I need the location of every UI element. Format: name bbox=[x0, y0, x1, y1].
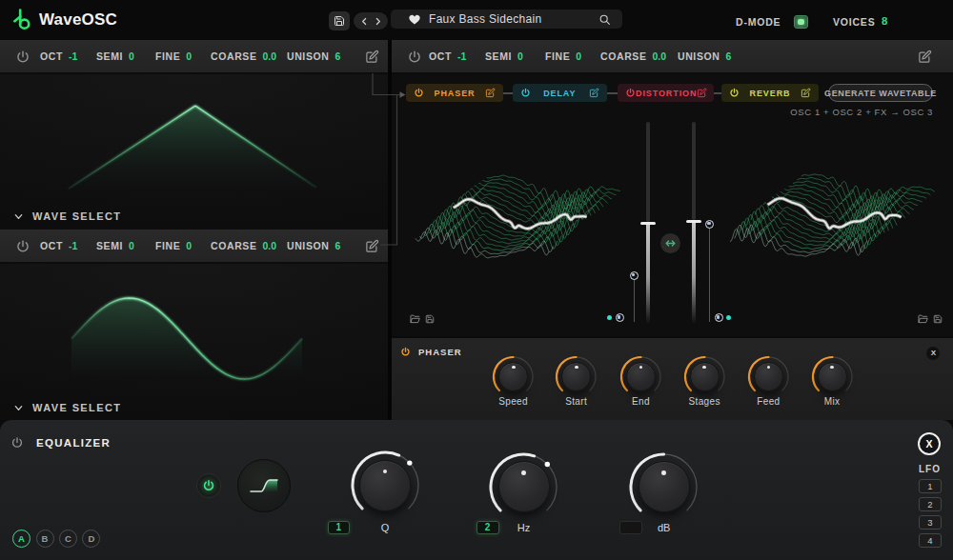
snapshot-C[interactable]: C bbox=[59, 530, 77, 548]
mod-slider-left-handle[interactable] bbox=[630, 271, 639, 280]
dmode-toggle[interactable] bbox=[794, 15, 808, 29]
osc3-edit-button[interactable] bbox=[918, 50, 932, 64]
mod-slider-right[interactable] bbox=[709, 224, 710, 322]
oscillator-column: OCT -1 SEMI 0 FINE 0 COARSE 0.0 UNISON 6 bbox=[0, 40, 388, 420]
mod-slider-right-handle[interactable] bbox=[705, 220, 714, 229]
indicator-dot-right bbox=[726, 315, 731, 320]
fx-phaser[interactable]: PHASER bbox=[406, 84, 503, 102]
osc2-wave-select[interactable]: WAVE SELECT bbox=[13, 402, 121, 413]
lfo-button-1[interactable]: 1 bbox=[919, 479, 942, 493]
eq-knob-db-dial[interactable] bbox=[639, 461, 690, 512]
osc2-param-value[interactable]: 6 bbox=[335, 240, 340, 251]
osc3-param-value[interactable]: 0 bbox=[576, 50, 581, 62]
lfo-button-2[interactable]: 2 bbox=[919, 497, 942, 511]
snapshot-B[interactable]: B bbox=[36, 530, 54, 548]
swap-button[interactable] bbox=[660, 233, 680, 253]
chevron-down-icon bbox=[13, 403, 24, 413]
eq-knob-label: dB bbox=[626, 522, 702, 533]
logo-icon bbox=[13, 9, 33, 30]
osc3-param-label: FINE bbox=[545, 50, 570, 62]
osc2-param-value[interactable]: 0.0 bbox=[263, 240, 277, 251]
osc1-header: OCT -1 SEMI 0 FINE 0 COARSE 0.0 UNISON 6 bbox=[0, 40, 388, 74]
generate-wavetable-button[interactable]: GENERATE WAVETABLE bbox=[828, 84, 933, 102]
fx-label: DELAY bbox=[531, 89, 590, 98]
eq-knob-hz-dial[interactable] bbox=[498, 461, 550, 512]
topbar: WaveOSC Faux Bass Sidechain bbox=[0, 0, 953, 40]
save-wavetable-button[interactable] bbox=[933, 314, 943, 324]
voices-label: VOICES bbox=[833, 16, 875, 28]
morph-slider-right-handle[interactable] bbox=[686, 220, 701, 223]
phaser-panel: PHASER X Speed Start End Stages Feed Mix bbox=[392, 336, 953, 420]
osc2-power-button[interactable] bbox=[15, 239, 30, 254]
favorite-icon[interactable] bbox=[409, 14, 420, 25]
osc1-wave-select[interactable]: WAVE SELECT bbox=[13, 210, 121, 222]
osc3-power-button[interactable] bbox=[407, 50, 422, 65]
preset-browser[interactable]: Faux Bass Sidechain bbox=[391, 10, 622, 29]
wavetable-stage: PHASER DELAY DISTORTION REVERB GENERATE … bbox=[392, 74, 953, 336]
snapshot-D[interactable]: D bbox=[82, 530, 100, 548]
fx-edit-icon[interactable] bbox=[801, 88, 811, 98]
osc1-param-value[interactable]: 0 bbox=[186, 50, 192, 62]
osc3-param-label: OCT bbox=[429, 50, 452, 62]
osc2-param-value[interactable]: 0 bbox=[129, 240, 134, 251]
open-wavetable-button[interactable] bbox=[918, 314, 928, 324]
morph-slider-left-handle[interactable] bbox=[640, 222, 656, 225]
osc2-param-label: FINE bbox=[155, 240, 180, 251]
fx-label: DISTORTION bbox=[636, 89, 697, 98]
fx-reverb[interactable]: REVERB bbox=[721, 84, 819, 102]
save-button[interactable] bbox=[329, 11, 350, 30]
phaser-close-button[interactable]: X bbox=[926, 347, 940, 360]
swap-icon bbox=[664, 237, 677, 250]
bottom-handle-left[interactable] bbox=[616, 313, 624, 322]
phaser-power-button[interactable] bbox=[400, 347, 411, 357]
osc2-wave-display[interactable]: WAVE SELECT bbox=[0, 264, 388, 420]
osc2-param-value[interactable]: 0 bbox=[186, 240, 192, 251]
routing-caption: OSC 1 + OSC 2 + FX → OSC 3 bbox=[790, 107, 933, 117]
osc1-param-value[interactable]: 0 bbox=[129, 50, 134, 62]
fx-edit-icon[interactable] bbox=[697, 88, 707, 98]
indicator-dot-left bbox=[607, 315, 612, 320]
osc3-param-label: UNISON bbox=[678, 50, 720, 62]
mod-slider-left[interactable] bbox=[634, 275, 635, 322]
osc2-edit-button[interactable] bbox=[365, 239, 379, 253]
bottom-handle-right[interactable] bbox=[715, 313, 723, 322]
morph-slider-right[interactable] bbox=[692, 122, 696, 324]
fx-distortion[interactable]: DISTORTION bbox=[618, 84, 714, 102]
osc1-wave-display[interactable]: WAVE SELECT bbox=[0, 74, 388, 230]
fx-power-icon[interactable] bbox=[729, 88, 740, 98]
dmode-toggle-light bbox=[798, 19, 804, 25]
next-preset-button[interactable] bbox=[374, 17, 382, 26]
osc3-param-value[interactable]: 0.0 bbox=[653, 50, 667, 62]
osc1-edit-button[interactable] bbox=[365, 50, 379, 64]
voices-value[interactable]: 8 bbox=[882, 15, 887, 27]
lfo-button-3[interactable]: 3 bbox=[919, 515, 942, 530]
fx-label: REVERB bbox=[740, 89, 801, 98]
phaser-knob-label: Mix bbox=[784, 396, 880, 407]
prev-preset-button[interactable] bbox=[360, 17, 369, 26]
fx-power-icon[interactable] bbox=[414, 88, 424, 98]
snapshot-A[interactable]: A bbox=[12, 530, 30, 548]
fx-edit-icon[interactable] bbox=[485, 88, 496, 98]
search-icon[interactable] bbox=[598, 13, 611, 26]
wavetable-right-file-actions bbox=[918, 314, 943, 324]
open-wavetable-button[interactable] bbox=[410, 314, 420, 324]
fx-delay[interactable]: DELAY bbox=[513, 84, 608, 102]
osc2-param-label: OCT bbox=[40, 240, 63, 251]
osc1-param-value[interactable]: -1 bbox=[69, 50, 77, 62]
equalizer-panel: EQUALIZER X 1Q 2Hz dB bbox=[0, 420, 953, 560]
osc1-power-button[interactable] bbox=[15, 50, 30, 65]
eq-knob-q-dial[interactable] bbox=[359, 460, 411, 511]
app-logo: WaveOSC bbox=[13, 9, 117, 30]
fx-power-icon[interactable] bbox=[520, 88, 531, 98]
osc3-param-value[interactable]: -1 bbox=[457, 50, 466, 62]
osc2-param-value[interactable]: -1 bbox=[69, 240, 77, 251]
osc3-param-value[interactable]: 0 bbox=[517, 50, 523, 62]
osc1-param-value[interactable]: 6 bbox=[335, 50, 340, 62]
osc1-param-value[interactable]: 0.0 bbox=[263, 50, 277, 62]
save-wavetable-button[interactable] bbox=[425, 314, 435, 324]
fx-power-icon[interactable] bbox=[625, 88, 636, 98]
knob-indicator bbox=[575, 366, 578, 370]
lfo-button-4[interactable]: 4 bbox=[919, 533, 942, 548]
osc3-param-value[interactable]: 6 bbox=[725, 50, 731, 62]
fx-edit-icon[interactable] bbox=[589, 88, 599, 98]
